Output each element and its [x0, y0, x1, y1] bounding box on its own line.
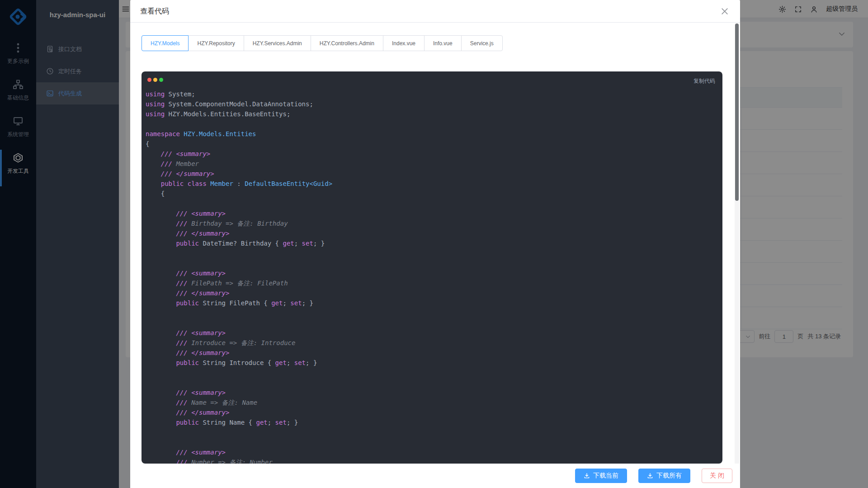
code-line: [146, 199, 718, 208]
window-dots: [147, 78, 163, 82]
close-icon[interactable]: [720, 7, 729, 16]
code-line: /// FilePath => 备注: FilePath: [146, 278, 718, 288]
download-current-label: 下载当前: [593, 472, 618, 480]
tab-index-vue[interactable]: Index.vue: [383, 35, 425, 51]
code-block: using System;using System.ComponentModel…: [142, 89, 722, 464]
download-icon: [584, 473, 590, 479]
dialog-footer: 下载当前 下载所有 关 闭: [130, 464, 740, 488]
code-line: /// Member: [146, 159, 718, 169]
code-line: public class Member : DefaultBaseEntity<…: [146, 179, 718, 189]
download-icon: [647, 473, 653, 479]
dialog-title: 查看代码: [140, 7, 169, 16]
window-dot: [159, 78, 163, 82]
download-all-label: 下载所有: [656, 472, 682, 480]
code-line: /// </summary>: [146, 228, 718, 238]
tab-hzy-controllers-admin[interactable]: HZY.Controllers.Admin: [311, 35, 383, 51]
code-line: /// <summary>: [146, 388, 718, 398]
code-line: [146, 308, 718, 318]
code-line: [146, 437, 718, 447]
code-line: /// </summary>: [146, 407, 718, 417]
tab-hzy-services-admin[interactable]: HZY.Services.Admin: [244, 35, 311, 51]
code-line: /// Number => 备注: Number: [146, 457, 718, 464]
code-line: [146, 248, 718, 258]
code-line: {: [146, 139, 718, 149]
code-line: /// Birthday => 备注: Birthday: [146, 218, 718, 228]
code-line: /// <summary>: [146, 328, 718, 338]
code-line: using System.ComponentModel.DataAnnotati…: [146, 99, 718, 109]
tab-hzy-repository[interactable]: HZY.Repository: [188, 35, 244, 51]
code-line: [146, 318, 718, 328]
code-line: /// <summary>: [146, 149, 718, 159]
scrollbar-thumb[interactable]: [735, 24, 739, 201]
modal-scrollbar[interactable]: [735, 23, 739, 488]
code-line: /// <summary>: [146, 447, 718, 457]
code-line: /// </summary>: [146, 169, 718, 179]
window-dot: [147, 78, 151, 82]
download-current-button[interactable]: 下载当前: [575, 469, 627, 483]
code-line: using HZY.Models.Entities.BaseEntitys;: [146, 109, 718, 119]
code-line: /// </summary>: [146, 348, 718, 358]
code-file-tabs: HZY.ModelsHZY.RepositoryHZY.Services.Adm…: [142, 35, 740, 51]
code-line: [146, 368, 718, 378]
code-line: namespace HZY.Models.Entities: [146, 129, 718, 139]
code-line: public String FilePath { get; set; }: [146, 298, 718, 308]
tab-info-vue[interactable]: Info.vue: [424, 35, 462, 51]
code-window: 复制代码 using System;using System.Component…: [142, 71, 722, 464]
code-line: [146, 119, 718, 129]
code-line: {: [146, 189, 718, 199]
code-line: [146, 258, 718, 268]
code-line: [146, 378, 718, 388]
close-button[interactable]: 关 闭: [702, 469, 732, 483]
code-line: /// Name => 备注: Name: [146, 398, 718, 407]
code-line: /// <summary>: [146, 268, 718, 278]
window-dot: [153, 78, 157, 82]
code-line: [146, 427, 718, 437]
code-line: public DateTime? Birthday { get; set; }: [146, 238, 718, 248]
code-line: /// </summary>: [146, 288, 718, 298]
download-all-button[interactable]: 下载所有: [638, 469, 690, 483]
copy-code-button[interactable]: 复制代码: [693, 77, 715, 85]
code-line: /// Introduce => 备注: Introduce: [146, 338, 718, 348]
tab-hzy-models[interactable]: HZY.Models: [142, 35, 189, 51]
view-code-dialog: 查看代码 HZY.ModelsHZY.RepositoryHZY.Service…: [130, 0, 740, 488]
code-line: using System;: [146, 89, 718, 99]
code-line: public String Introduce { get; set; }: [146, 358, 718, 368]
dialog-header: 查看代码: [130, 0, 740, 23]
code-line: public String Name { get; set; }: [146, 417, 718, 427]
tab-service-js[interactable]: Service.js: [461, 35, 503, 51]
code-line: /// <summary>: [146, 208, 718, 218]
